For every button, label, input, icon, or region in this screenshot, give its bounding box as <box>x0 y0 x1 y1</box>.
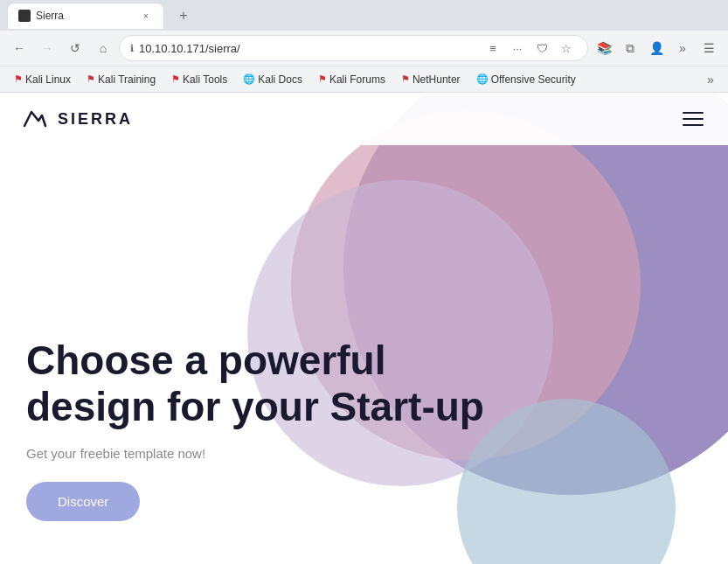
bookmark-offensive-security[interactable]: 🌐 Offensive Security <box>469 69 583 90</box>
nav-bar: ← → ↺ ⌂ ℹ 10.10.10.171/sierra/ ≡ ··· 🛡 ☆… <box>0 31 728 66</box>
logo-icon <box>21 105 49 133</box>
library-button[interactable]: 📚 <box>592 36 616 60</box>
kali-tools-icon: ⚑ <box>171 73 180 85</box>
offensive-security-label: Offensive Security <box>491 73 576 86</box>
shield-button[interactable]: 🛡 <box>531 38 552 59</box>
main-menu-button[interactable]: ☰ <box>697 36 721 60</box>
kali-training-label: Kali Training <box>98 73 156 86</box>
bookmarks-more-button[interactable]: » <box>700 69 721 90</box>
kali-docs-label: Kali Docs <box>258 73 302 86</box>
hamburger-line-3 <box>683 124 704 126</box>
tab-close-button[interactable]: × <box>139 9 153 23</box>
address-bar[interactable]: ℹ 10.10.10.171/sierra/ ≡ ··· 🛡 ☆ <box>119 35 588 61</box>
site-logo: SIERRA <box>21 105 133 133</box>
kali-training-icon: ⚑ <box>87 73 95 85</box>
nethunter-label: NetHunter <box>413 73 461 86</box>
hero-title-line2: design for your Start-up <box>26 384 484 429</box>
website-content: SIERRA Choose a powerful design for your… <box>0 93 728 564</box>
kali-forums-icon: ⚑ <box>318 73 327 85</box>
reader-mode-button[interactable]: ≡ <box>482 38 503 59</box>
hero-subtitle: Get your freebie template now! <box>26 446 484 461</box>
svg-text:M: M <box>19 11 26 21</box>
offensive-security-icon: 🌐 <box>476 73 489 85</box>
hamburger-line-1 <box>683 112 704 114</box>
bookmark-kali-tools[interactable]: ⚑ Kali Tools <box>164 69 234 90</box>
hamburger-line-2 <box>683 118 704 120</box>
split-view-button[interactable]: ⧉ <box>618 36 642 60</box>
bookmark-nethunter[interactable]: ⚑ NetHunter <box>394 69 468 90</box>
forward-button[interactable]: → <box>35 36 59 60</box>
kali-forums-label: Kali Forums <box>329 73 385 86</box>
hero-content: Choose a powerful design for your Start-… <box>26 338 484 521</box>
home-button[interactable]: ⌂ <box>91 36 115 60</box>
extend-button[interactable]: » <box>670 36 695 60</box>
kali-tools-label: Kali Tools <box>183 73 227 86</box>
url-text: 10.10.10.171/sierra/ <box>139 42 477 55</box>
tab-bar: M Sierra × + <box>0 0 728 31</box>
tab-favicon: M <box>18 10 31 22</box>
toolbar-right: 📚 ⧉ 👤 » ☰ <box>592 36 721 60</box>
hero-title: Choose a powerful design for your Start-… <box>26 338 484 430</box>
address-actions: ≡ ··· 🛡 ☆ <box>482 38 577 59</box>
site-nav: SIERRA <box>0 93 728 145</box>
kali-docs-icon: 🌐 <box>243 73 255 85</box>
browser-chrome: M Sierra × + ← → ↺ ⌂ ℹ 10.10.10.171/sier… <box>0 0 728 93</box>
bookmark-star-button[interactable]: ☆ <box>556 38 577 59</box>
bookmarks-bar: ⚑ Kali Linux ⚑ Kali Training ⚑ Kali Tool… <box>0 66 728 92</box>
active-tab[interactable]: M Sierra × <box>7 3 164 29</box>
bookmark-kali-training[interactable]: ⚑ Kali Training <box>80 69 163 90</box>
back-button[interactable]: ← <box>7 36 31 60</box>
bookmark-kali-docs[interactable]: 🌐 Kali Docs <box>236 69 309 90</box>
nethunter-icon: ⚑ <box>401 73 410 85</box>
lock-icon: ℹ <box>130 43 134 54</box>
bookmark-kali-linux[interactable]: ⚑ Kali Linux <box>7 69 78 90</box>
reload-button[interactable]: ↺ <box>63 36 87 60</box>
hero-title-line1: Choose a powerful <box>26 338 385 383</box>
logo-text: SIERRA <box>58 110 133 129</box>
more-button[interactable]: ··· <box>507 38 528 59</box>
hamburger-menu-button[interactable] <box>679 105 707 133</box>
discover-button[interactable]: Discover <box>26 482 140 521</box>
bookmark-kali-forums[interactable]: ⚑ Kali Forums <box>311 69 392 90</box>
kali-linux-icon: ⚑ <box>14 73 23 85</box>
profile-button[interactable]: 👤 <box>644 36 669 60</box>
new-tab-button[interactable]: + <box>171 3 196 28</box>
kali-linux-label: Kali Linux <box>25 73 71 86</box>
tab-title: Sierra <box>36 10 134 22</box>
